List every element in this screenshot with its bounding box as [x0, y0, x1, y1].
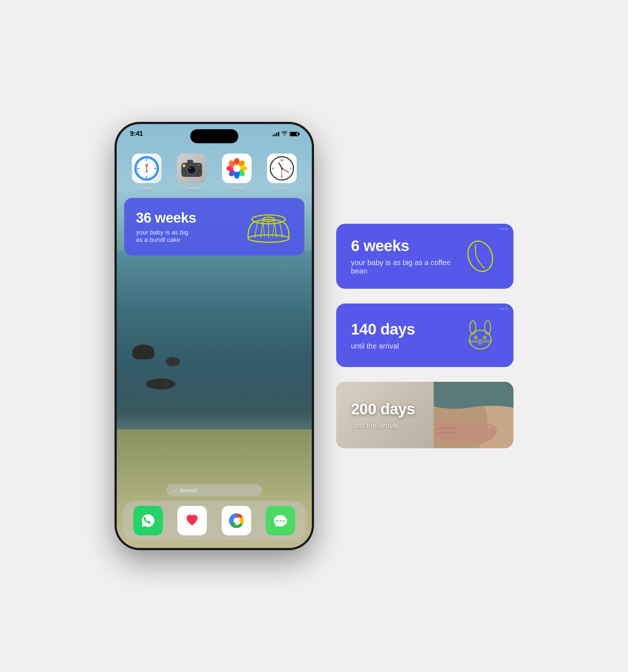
widget-card-days200: 200 days until the arrival	[336, 382, 513, 448]
svg-point-1	[146, 168, 147, 169]
app-item-clock[interactable]: 12 3 6 9 Clock	[267, 154, 297, 191]
card-dots-2	[500, 308, 508, 310]
svg-rect-9	[187, 160, 193, 164]
app-grid: Safari	[117, 154, 312, 191]
svg-point-14	[182, 164, 185, 167]
svg-line-51	[483, 342, 492, 342]
widget-coffee-subtitle: your baby is as big as a coffee bean	[351, 258, 462, 275]
dynamic-island	[190, 129, 238, 143]
search-bar[interactable]: ⌕ Search	[166, 484, 262, 496]
signal-icon	[273, 132, 279, 136]
phone-screen: 9:41	[117, 124, 312, 548]
svg-point-41	[464, 240, 497, 273]
svg-point-36	[235, 519, 238, 522]
safari-compass	[134, 156, 159, 181]
clock-center-dot	[281, 168, 283, 169]
status-time: 9:41	[130, 130, 143, 138]
widgets-column: 6 weeks your baby is as big as a coffee …	[336, 224, 513, 448]
svg-point-39	[280, 520, 281, 522]
app-dock	[122, 501, 306, 541]
widget-subtitle: your baby is as big as a bundt cake	[136, 229, 196, 244]
widget-card-days140: 140 days until the arrival	[336, 304, 513, 367]
status-icons	[273, 131, 298, 137]
widget-days200-title: 200 days	[351, 400, 499, 418]
battery-icon	[290, 132, 298, 136]
widget-days200-subtitle: until the arrival	[351, 422, 499, 430]
search-label: Search	[180, 487, 197, 493]
safari-label: Safari	[140, 185, 153, 191]
camera-label: Camera	[183, 185, 200, 191]
clock-label: Clock	[276, 185, 288, 191]
dock-messages[interactable]	[266, 506, 295, 535]
svg-point-45	[475, 336, 477, 339]
svg-point-0	[136, 158, 157, 179]
photo-text-overlay: 200 days until the arrival	[336, 382, 513, 448]
widget-days140-text: 140 days until the arrival	[351, 320, 415, 350]
phone-mockup: 9:41	[115, 122, 314, 550]
safari-icon[interactable]	[132, 154, 161, 183]
app-item-photos[interactable]: Photos	[222, 154, 252, 191]
app-item-safari[interactable]: Safari	[132, 154, 161, 191]
app-item-camera[interactable]: Camera	[177, 154, 207, 191]
clock-app-icon[interactable]: 12 3 6 9	[267, 154, 297, 183]
rock-element	[132, 344, 154, 359]
rock-element	[146, 378, 175, 390]
clock-minute-hand	[282, 168, 289, 173]
widget-title: 36 weeks	[136, 210, 196, 226]
svg-point-38	[277, 520, 279, 522]
clock-face: 12 3 6 9	[270, 156, 294, 181]
widget-card-coffee: 6 weeks your baby is as big as a coffee …	[336, 224, 513, 289]
photos-icon[interactable]	[222, 154, 252, 183]
widget-days140-title: 140 days	[351, 320, 415, 338]
phone-widget: 36 weeks your baby is as big as a bundt …	[124, 198, 304, 256]
dock-chrome[interactable]	[222, 506, 251, 535]
card-dots	[500, 228, 508, 230]
widget-text: 36 weeks your baby is as big as a bundt …	[136, 210, 196, 244]
phone-frame: 9:41	[115, 122, 314, 550]
wifi-icon	[281, 131, 287, 137]
svg-point-13	[190, 168, 191, 169]
coffee-bean-icon	[462, 238, 499, 275]
svg-point-24	[233, 165, 240, 172]
bunny-icon	[462, 317, 499, 354]
svg-point-47	[478, 340, 482, 342]
svg-rect-15	[197, 164, 200, 166]
widget-coffee-title: 6 weeks	[351, 237, 462, 255]
svg-point-46	[483, 336, 486, 339]
svg-line-49	[468, 342, 478, 342]
camera-icon[interactable]	[177, 154, 207, 183]
bundt-cake-icon	[245, 208, 293, 245]
dock-health[interactable]	[177, 506, 207, 535]
svg-point-42	[470, 321, 476, 334]
widget-coffee-text: 6 weeks your baby is as big as a coffee …	[351, 237, 462, 275]
photos-label: Photos	[229, 185, 244, 191]
svg-point-40	[283, 520, 284, 522]
dock-whatsapp[interactable]	[133, 506, 163, 535]
svg-point-43	[485, 321, 491, 334]
search-icon: ⌕	[174, 487, 177, 493]
widget-days140-subtitle: until the arrival	[351, 342, 415, 350]
